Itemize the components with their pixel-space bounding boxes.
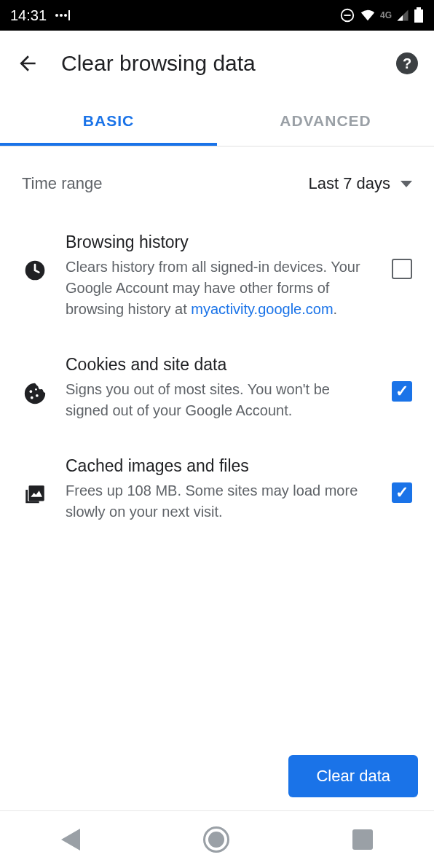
option-title: Browsing history <box>66 232 374 252</box>
svg-rect-3 <box>417 7 421 9</box>
option-list: Browsing history Clears history from all… <box>0 215 434 540</box>
images-icon <box>22 456 48 507</box>
status-time: 14:31 <box>10 7 47 24</box>
checkbox-wrap: ✓ <box>392 456 412 503</box>
time-range-label: Time range <box>22 174 102 193</box>
tab-advanced[interactable]: ADVANCED <box>217 96 434 146</box>
svg-point-5 <box>29 390 32 393</box>
option-body: Cached images and files Frees up 108 MB.… <box>66 456 374 523</box>
back-arrow-icon[interactable] <box>16 52 39 75</box>
svg-point-8 <box>35 388 37 391</box>
svg-point-6 <box>36 394 39 397</box>
do-not-disturb-icon <box>339 7 355 23</box>
nav-back-icon[interactable] <box>61 829 80 851</box>
time-range-row: Time range Last 7 days <box>0 146 434 215</box>
chevron-down-icon <box>401 181 412 187</box>
svg-point-7 <box>31 396 33 399</box>
svg-rect-9 <box>29 485 44 501</box>
checkbox-cookies[interactable]: ✓ <box>392 381 412 402</box>
history-icon <box>22 232 48 282</box>
option-title: Cookies and site data <box>66 355 374 375</box>
option-desc: Clears history from all signed-in device… <box>66 257 374 320</box>
checkbox-wrap: ✓ <box>392 355 412 402</box>
option-desc: Signs you out of most sites. You won't b… <box>66 379 374 421</box>
page-title: Clear browsing data <box>61 51 374 76</box>
nav-home-icon[interactable] <box>203 826 229 853</box>
android-nav-bar <box>0 811 434 868</box>
nav-recent-icon[interactable] <box>352 829 373 850</box>
wifi-icon <box>360 7 376 23</box>
option-browsing-history[interactable]: Browsing history Clears history from all… <box>0 215 434 337</box>
option-body: Browsing history Clears history from all… <box>66 232 374 320</box>
status-bar: 14:31 4G <box>0 0 434 31</box>
footer: Clear data <box>0 742 434 811</box>
time-range-dropdown[interactable]: Last 7 days <box>308 174 412 193</box>
svg-rect-2 <box>414 9 423 23</box>
option-body: Cookies and site data Signs you out of m… <box>66 355 374 421</box>
myactivity-link[interactable]: myactivity.google.com <box>191 301 333 317</box>
battery-icon <box>414 7 424 23</box>
app-bar: Clear browsing data ? <box>0 31 434 96</box>
clear-data-button[interactable]: Clear data <box>288 755 418 797</box>
time-range-value: Last 7 days <box>308 174 390 193</box>
checkbox-cached[interactable]: ✓ <box>392 482 412 503</box>
help-icon[interactable]: ? <box>396 52 418 74</box>
option-title: Cached images and files <box>66 456 374 476</box>
status-dots-icon <box>55 10 70 20</box>
checkbox-browsing-history[interactable] <box>392 259 412 279</box>
cookie-icon <box>22 355 48 406</box>
tab-bar: BASIC ADVANCED <box>0 96 434 146</box>
option-desc: Frees up 108 MB. Some sites may load mor… <box>66 480 374 523</box>
status-left: 14:31 <box>10 7 70 24</box>
tab-basic[interactable]: BASIC <box>0 96 217 146</box>
checkbox-wrap <box>392 232 412 279</box>
desc-post: . <box>334 301 338 317</box>
status-right: 4G <box>339 7 424 23</box>
network-label: 4G <box>380 10 392 20</box>
option-cookies[interactable]: Cookies and site data Signs you out of m… <box>0 337 434 439</box>
signal-icon <box>396 9 409 22</box>
option-cached[interactable]: Cached images and files Frees up 108 MB.… <box>0 439 434 540</box>
